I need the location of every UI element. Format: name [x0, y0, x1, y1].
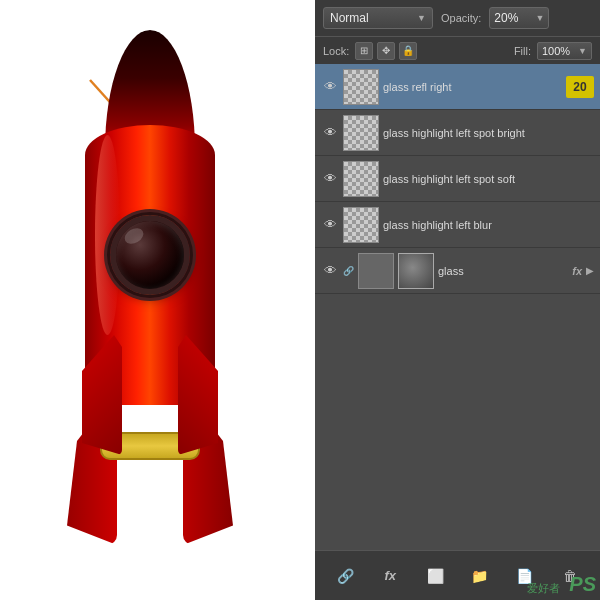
opacity-value: 20%: [494, 11, 518, 25]
layer-thumb-0: [343, 69, 379, 105]
eye-icon-0[interactable]: 👁: [321, 80, 339, 94]
layer-name-0: glass refl right: [383, 81, 562, 93]
layer-thumb-3: [343, 207, 379, 243]
lock-row: Lock: ⊞ ✥ 🔒 Fill: 100% ▼: [315, 36, 600, 64]
lock-label: Lock:: [323, 45, 349, 57]
blend-mode-value: Normal: [330, 11, 369, 25]
layer-name-3: glass highlight left blur: [383, 219, 594, 231]
layer-thumb-2: [343, 161, 379, 197]
top-bar: Normal ▼ Opacity: 20% ▼: [315, 0, 600, 36]
fx-btn[interactable]: fx: [379, 565, 401, 587]
layer-row-2[interactable]: 👁glass highlight left spot soft: [315, 156, 600, 202]
mask-btn[interactable]: ⬜: [424, 565, 446, 587]
fx-expand-4[interactable]: ▶: [586, 265, 594, 276]
fill-select[interactable]: 100% ▼: [537, 42, 592, 60]
blend-mode-select[interactable]: Normal ▼: [323, 7, 433, 29]
ps-watermark-sub: 爱好者: [527, 581, 560, 596]
fill-chevron: ▼: [578, 46, 587, 56]
layer-row-1[interactable]: 👁glass highlight left spot bright: [315, 110, 600, 156]
rocket-porthole: [110, 215, 190, 295]
rocket-area: [0, 0, 315, 600]
panels-area: Normal ▼ Opacity: 20% ▼ Lock: ⊞ ✥ 🔒 Fill…: [315, 0, 600, 600]
eye-icon-2[interactable]: 👁: [321, 172, 339, 186]
rocket: [50, 30, 250, 570]
layers-container: 👁glass refl right20👁glass highlight left…: [315, 64, 600, 550]
blend-mode-chevron: ▼: [417, 13, 426, 23]
lock-move-btn[interactable]: ✥: [377, 42, 395, 60]
layer-row-0[interactable]: 👁glass refl right20: [315, 64, 600, 110]
opacity-chevron: ▼: [535, 13, 544, 23]
fill-label: Fill:: [514, 45, 531, 57]
layer-row-3[interactable]: 👁glass highlight left blur: [315, 202, 600, 248]
layer-name-2: glass highlight left spot soft: [383, 173, 594, 185]
layer-name-1: glass highlight left spot bright: [383, 127, 594, 139]
layer-thumb-4: [358, 253, 394, 289]
eye-icon-4[interactable]: 👁: [321, 264, 339, 278]
fill-value: 100%: [542, 45, 570, 57]
eye-icon-3[interactable]: 👁: [321, 218, 339, 232]
ps-watermark: PS: [569, 573, 596, 596]
chain-icon-4: 🔗: [343, 266, 354, 276]
layer-badge-0: 20: [566, 76, 594, 98]
eye-icon-1[interactable]: 👁: [321, 126, 339, 140]
group-btn[interactable]: 📁: [469, 565, 491, 587]
layer-thumb2-4: [398, 253, 434, 289]
link-layers-btn[interactable]: 🔗: [334, 565, 356, 587]
lock-pixels-btn[interactable]: ⊞: [355, 42, 373, 60]
lock-all-btn[interactable]: 🔒: [399, 42, 417, 60]
opacity-select[interactable]: 20% ▼: [489, 7, 549, 29]
layer-name-4: glass: [438, 265, 568, 277]
lock-icons: ⊞ ✥ 🔒: [355, 42, 417, 60]
fx-label-4: fx: [572, 265, 582, 277]
layer-row-4[interactable]: 👁🔗glassfx▶: [315, 248, 600, 294]
layer-thumb-1: [343, 115, 379, 151]
opacity-label: Opacity:: [441, 12, 481, 24]
